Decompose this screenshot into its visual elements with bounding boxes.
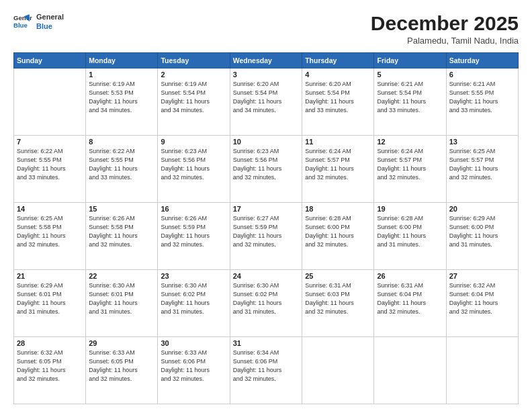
calendar-cell: 22Sunrise: 6:30 AMSunset: 6:01 PMDayligh…	[86, 270, 158, 337]
logo-general-text: General	[36, 12, 64, 21]
day-number: 18	[305, 205, 371, 213]
day-info: Sunrise: 6:21 AMSunset: 5:54 PMDaylight:…	[377, 80, 443, 115]
calendar-cell: 26Sunrise: 6:31 AMSunset: 6:04 PMDayligh…	[374, 270, 446, 337]
day-number: 7	[17, 138, 83, 146]
header-day-wednesday: Wednesday	[230, 53, 302, 68]
calendar-cell: 17Sunrise: 6:27 AMSunset: 5:59 PMDayligh…	[230, 203, 302, 270]
calendar-cell: 7Sunrise: 6:22 AMSunset: 5:55 PMDaylight…	[14, 136, 86, 203]
calendar-cell	[446, 337, 518, 404]
day-info: Sunrise: 6:32 AMSunset: 6:04 PMDaylight:…	[449, 281, 515, 316]
header-day-tuesday: Tuesday	[158, 53, 230, 68]
day-info: Sunrise: 6:25 AMSunset: 5:58 PMDaylight:…	[17, 214, 83, 249]
calendar-table: SundayMondayTuesdayWednesdayThursdayFrid…	[13, 52, 519, 404]
day-info: Sunrise: 6:20 AMSunset: 5:54 PMDaylight:…	[233, 80, 299, 115]
calendar-cell: 19Sunrise: 6:28 AMSunset: 6:00 PMDayligh…	[374, 203, 446, 270]
calendar-cell: 11Sunrise: 6:24 AMSunset: 5:57 PMDayligh…	[302, 136, 374, 203]
day-number: 25	[305, 272, 371, 280]
day-info: Sunrise: 6:27 AMSunset: 5:59 PMDaylight:…	[233, 214, 299, 249]
calendar-cell: 27Sunrise: 6:32 AMSunset: 6:04 PMDayligh…	[446, 270, 518, 337]
calendar-cell: 10Sunrise: 6:23 AMSunset: 5:56 PMDayligh…	[230, 136, 302, 203]
header: General Blue General Blue December 2025 …	[13, 12, 519, 46]
header-day-thursday: Thursday	[302, 53, 374, 68]
calendar-cell: 20Sunrise: 6:29 AMSunset: 6:00 PMDayligh…	[446, 203, 518, 270]
calendar-cell: 2Sunrise: 6:19 AMSunset: 5:54 PMDaylight…	[158, 68, 230, 136]
calendar-cell: 25Sunrise: 6:31 AMSunset: 6:03 PMDayligh…	[302, 270, 374, 337]
day-number: 26	[377, 272, 443, 280]
week-row-1: 1Sunrise: 6:19 AMSunset: 5:53 PMDaylight…	[14, 68, 519, 136]
svg-text:Blue: Blue	[13, 21, 28, 29]
day-number: 21	[17, 272, 83, 280]
day-number: 31	[233, 339, 299, 347]
day-info: Sunrise: 6:29 AMSunset: 6:01 PMDaylight:…	[17, 281, 83, 316]
calendar-cell: 13Sunrise: 6:25 AMSunset: 5:57 PMDayligh…	[446, 136, 518, 203]
day-info: Sunrise: 6:20 AMSunset: 5:54 PMDaylight:…	[305, 80, 371, 115]
day-info: Sunrise: 6:19 AMSunset: 5:54 PMDaylight:…	[161, 80, 226, 115]
day-number: 11	[305, 138, 371, 146]
week-row-5: 28Sunrise: 6:32 AMSunset: 6:05 PMDayligh…	[14, 337, 519, 404]
day-number: 27	[449, 272, 515, 280]
day-number: 30	[161, 339, 226, 347]
day-number: 16	[161, 205, 226, 213]
day-number: 8	[89, 138, 154, 146]
week-row-4: 21Sunrise: 6:29 AMSunset: 6:01 PMDayligh…	[14, 270, 519, 337]
day-info: Sunrise: 6:32 AMSunset: 6:05 PMDaylight:…	[17, 349, 83, 383]
calendar-cell: 12Sunrise: 6:24 AMSunset: 5:57 PMDayligh…	[374, 136, 446, 203]
calendar-cell: 15Sunrise: 6:26 AMSunset: 5:58 PMDayligh…	[86, 203, 158, 270]
calendar-cell: 1Sunrise: 6:19 AMSunset: 5:53 PMDaylight…	[86, 68, 158, 136]
day-info: Sunrise: 6:30 AMSunset: 6:02 PMDaylight:…	[161, 281, 226, 316]
day-info: Sunrise: 6:23 AMSunset: 5:56 PMDaylight:…	[161, 147, 226, 182]
day-info: Sunrise: 6:19 AMSunset: 5:53 PMDaylight:…	[89, 80, 154, 115]
day-number: 12	[377, 138, 443, 146]
logo-blue-text: Blue	[36, 21, 64, 31]
day-number: 19	[377, 205, 443, 213]
day-info: Sunrise: 6:28 AMSunset: 6:00 PMDaylight:…	[305, 214, 371, 249]
calendar-cell: 29Sunrise: 6:33 AMSunset: 6:05 PMDayligh…	[86, 337, 158, 404]
day-number: 3	[233, 71, 299, 79]
day-info: Sunrise: 6:24 AMSunset: 5:57 PMDaylight:…	[377, 147, 443, 182]
calendar-cell: 16Sunrise: 6:26 AMSunset: 5:59 PMDayligh…	[158, 203, 230, 270]
day-number: 17	[233, 205, 299, 213]
header-day-monday: Monday	[86, 53, 158, 68]
day-number: 28	[17, 339, 83, 347]
day-number: 14	[17, 205, 83, 213]
day-number: 9	[161, 138, 226, 146]
calendar-cell: 3Sunrise: 6:20 AMSunset: 5:54 PMDaylight…	[230, 68, 302, 136]
week-row-2: 7Sunrise: 6:22 AMSunset: 5:55 PMDaylight…	[14, 136, 519, 203]
calendar-page: General Blue General Blue December 2025 …	[0, 0, 532, 411]
day-number: 4	[305, 71, 371, 79]
day-info: Sunrise: 6:29 AMSunset: 6:00 PMDaylight:…	[449, 214, 515, 249]
day-info: Sunrise: 6:21 AMSunset: 5:55 PMDaylight:…	[449, 80, 515, 115]
calendar-cell: 23Sunrise: 6:30 AMSunset: 6:02 PMDayligh…	[158, 270, 230, 337]
day-info: Sunrise: 6:22 AMSunset: 5:55 PMDaylight:…	[17, 147, 83, 182]
day-info: Sunrise: 6:26 AMSunset: 5:59 PMDaylight:…	[161, 214, 226, 249]
day-info: Sunrise: 6:23 AMSunset: 5:56 PMDaylight:…	[233, 147, 299, 182]
calendar-cell: 9Sunrise: 6:23 AMSunset: 5:56 PMDaylight…	[158, 136, 230, 203]
day-number: 13	[449, 138, 515, 146]
calendar-cell	[302, 337, 374, 404]
calendar-cell: 24Sunrise: 6:30 AMSunset: 6:02 PMDayligh…	[230, 270, 302, 337]
day-info: Sunrise: 6:28 AMSunset: 6:00 PMDaylight:…	[377, 214, 443, 249]
day-info: Sunrise: 6:34 AMSunset: 6:06 PMDaylight:…	[233, 349, 299, 383]
calendar-cell: 28Sunrise: 6:32 AMSunset: 6:05 PMDayligh…	[14, 337, 86, 404]
calendar-cell: 5Sunrise: 6:21 AMSunset: 5:54 PMDaylight…	[374, 68, 446, 136]
day-info: Sunrise: 6:31 AMSunset: 6:03 PMDaylight:…	[305, 281, 371, 316]
location: Palamedu, Tamil Nadu, India	[371, 36, 519, 46]
month-title: December 2025	[371, 12, 519, 34]
day-info: Sunrise: 6:30 AMSunset: 6:01 PMDaylight:…	[89, 281, 154, 316]
day-info: Sunrise: 6:25 AMSunset: 5:57 PMDaylight:…	[449, 147, 515, 182]
calendar-cell: 30Sunrise: 6:33 AMSunset: 6:06 PMDayligh…	[158, 337, 230, 404]
day-number: 24	[233, 272, 299, 280]
day-info: Sunrise: 6:33 AMSunset: 6:05 PMDaylight:…	[89, 349, 154, 383]
day-number: 29	[89, 339, 154, 347]
day-info: Sunrise: 6:24 AMSunset: 5:57 PMDaylight:…	[305, 147, 371, 182]
day-number: 1	[89, 71, 154, 79]
calendar-body: 1Sunrise: 6:19 AMSunset: 5:53 PMDaylight…	[14, 68, 519, 404]
day-info: Sunrise: 6:26 AMSunset: 5:58 PMDaylight:…	[89, 214, 154, 249]
calendar-cell: 4Sunrise: 6:20 AMSunset: 5:54 PMDaylight…	[302, 68, 374, 136]
day-info: Sunrise: 6:22 AMSunset: 5:55 PMDaylight:…	[89, 147, 154, 182]
day-number: 10	[233, 138, 299, 146]
header-day-sunday: Sunday	[14, 53, 86, 68]
day-number: 20	[449, 205, 515, 213]
calendar-cell: 21Sunrise: 6:29 AMSunset: 6:01 PMDayligh…	[14, 270, 86, 337]
day-number: 23	[161, 272, 226, 280]
